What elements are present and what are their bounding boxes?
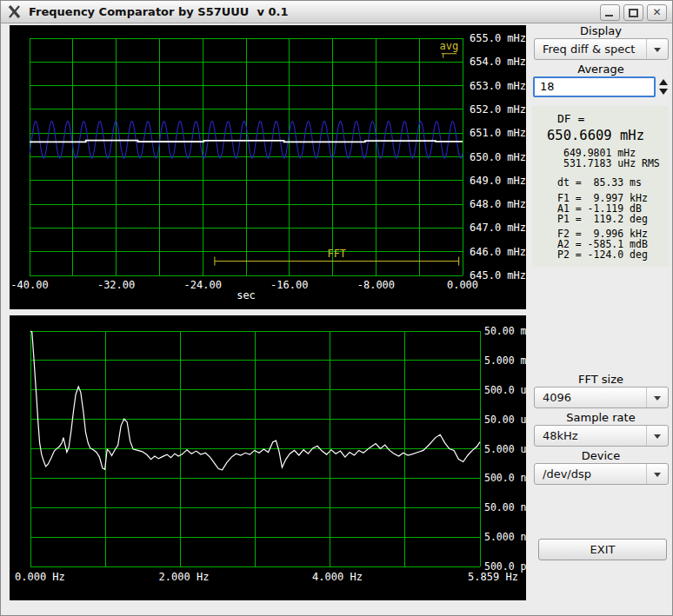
close-button[interactable]: ✕	[647, 4, 667, 21]
measurement-readout: DF = 650.6609 mHz 649.9801 mHz 531.7183 …	[532, 106, 669, 267]
svg-text:avg: avg	[440, 40, 459, 52]
display-label: Display	[533, 24, 669, 37]
svg-text:655.0 mHz: 655.0 mHz	[470, 32, 526, 44]
device-select[interactable]: /dev/dsp	[534, 463, 669, 485]
dt-value: dt = 85.33 ms	[557, 176, 642, 189]
svg-text:4.000 Hz: 4.000 Hz	[312, 571, 363, 583]
fft-size-label: FFT size	[533, 373, 669, 386]
p2-value: P2 = -124.0 deg	[557, 248, 648, 261]
average-value: 18	[540, 78, 555, 96]
maximize-button[interactable]	[623, 4, 643, 21]
df-value: 650.6609 mHz	[547, 128, 644, 143]
display-select-value: Freq diff & spect	[543, 39, 635, 59]
x11-logo-icon[interactable]	[7, 4, 23, 19]
svg-text:0.000 Hz: 0.000 Hz	[15, 571, 65, 583]
svg-text:50.00 uHz: 50.00 uHz	[484, 414, 526, 426]
average-spin-down-button[interactable]	[659, 89, 668, 95]
svg-text:649.0 mHz: 649.0 mHz	[470, 175, 526, 187]
spectrum-plot-canvas: 0.000 Hz2.000 Hz4.000 Hz5.859 Hz50.00 mH…	[10, 315, 526, 600]
svg-text:5.000 nHz: 5.000 nHz	[484, 531, 526, 543]
svg-text:-16.00: -16.00	[270, 279, 308, 291]
fft-size-select-arrow-box	[646, 387, 668, 407]
average-spinbox[interactable]: 18	[533, 76, 656, 97]
svg-text:50.00 mHz: 50.00 mHz	[484, 325, 526, 337]
svg-text:647.0 mHz: 647.0 mHz	[470, 222, 526, 234]
df-label: DF =	[557, 112, 584, 125]
svg-text:500.0 uHz: 500.0 uHz	[484, 384, 526, 396]
svg-text:653.0 mHz: 653.0 mHz	[470, 80, 526, 92]
svg-text:645.0 mHz: 645.0 mHz	[470, 269, 526, 282]
device-label: Device	[533, 449, 669, 462]
svg-text:500.0 nHz: 500.0 nHz	[484, 472, 526, 484]
close-icon: ✕	[648, 5, 666, 20]
svg-text:-8.000: -8.000	[357, 279, 395, 291]
freq-diff-plot-canvas: -40.00-32.00-24.00-16.00-8.0000.000sec65…	[10, 25, 526, 309]
maximize-icon	[629, 9, 638, 17]
svg-text:650.0 mHz: 650.0 mHz	[470, 151, 526, 163]
svg-text:651.0 mHz: 651.0 mHz	[470, 127, 526, 139]
p1-value: P1 = 119.2 deg	[557, 213, 648, 225]
fft-size-select[interactable]: 4096	[534, 387, 669, 408]
svg-text:50.00 nHz: 50.00 nHz	[484, 501, 526, 513]
svg-text:648.0 mHz: 648.0 mHz	[470, 198, 526, 210]
svg-text:2.000 Hz: 2.000 Hz	[159, 571, 210, 583]
df-rms-value: 531.7183 uHz RMS	[563, 157, 660, 169]
freq-diff-plot: -40.00-32.00-24.00-16.00-8.0000.000sec65…	[10, 25, 526, 309]
device-select-value: /dev/dsp	[543, 464, 591, 484]
svg-text:FFT: FFT	[327, 248, 346, 260]
svg-text:-32.00: -32.00	[97, 279, 135, 291]
chevron-down-icon	[654, 473, 661, 477]
sample-rate-select-value: 48kHz	[543, 426, 578, 446]
svg-text:5.000 mHz: 5.000 mHz	[484, 354, 526, 367]
sample-rate-select[interactable]: 48kHz	[534, 425, 669, 447]
svg-text:654.0 mHz: 654.0 mHz	[470, 56, 526, 68]
spectrum-plot: 0.000 Hz2.000 Hz4.000 Hz5.859 Hz50.00 mH…	[10, 315, 526, 600]
chevron-down-icon	[654, 434, 661, 439]
title-bar: Frequency Comparator by S57UUU v 0.1 ✕	[1, 1, 672, 23]
svg-text:652.0 mHz: 652.0 mHz	[470, 103, 526, 116]
chevron-down-icon	[654, 48, 661, 52]
svg-text:500.0 pHz: 500.0 pHz	[484, 560, 526, 573]
svg-text:-40.00: -40.00	[10, 279, 48, 291]
minimize-icon	[605, 15, 613, 17]
svg-text:sec: sec	[237, 289, 256, 301]
minimize-button[interactable]	[600, 4, 620, 21]
sample-rate-label: Sample rate	[533, 411, 669, 424]
chevron-down-icon	[654, 396, 661, 401]
window-title: Frequency Comparator by S57UUU v 0.1	[29, 1, 289, 23]
window-buttons: ✕	[600, 4, 667, 21]
average-label: Average	[533, 63, 669, 76]
svg-text:5.000 uHz: 5.000 uHz	[484, 443, 526, 455]
device-select-arrow-box	[646, 464, 668, 484]
fft-size-select-value: 4096	[543, 387, 571, 407]
display-select-arrow-box	[646, 39, 668, 59]
app-window: Frequency Comparator by S57UUU v 0.1 ✕ -…	[0, 0, 673, 616]
sample-rate-select-arrow-box	[646, 426, 668, 446]
svg-text:-24.00: -24.00	[184, 279, 222, 291]
display-select[interactable]: Freq diff & spect	[534, 38, 669, 60]
average-spin-up-button[interactable]	[659, 79, 668, 85]
svg-text:5.859 Hz: 5.859 Hz	[468, 571, 518, 583]
exit-button[interactable]: EXIT	[538, 539, 667, 560]
svg-text:646.0 mHz: 646.0 mHz	[470, 246, 526, 258]
